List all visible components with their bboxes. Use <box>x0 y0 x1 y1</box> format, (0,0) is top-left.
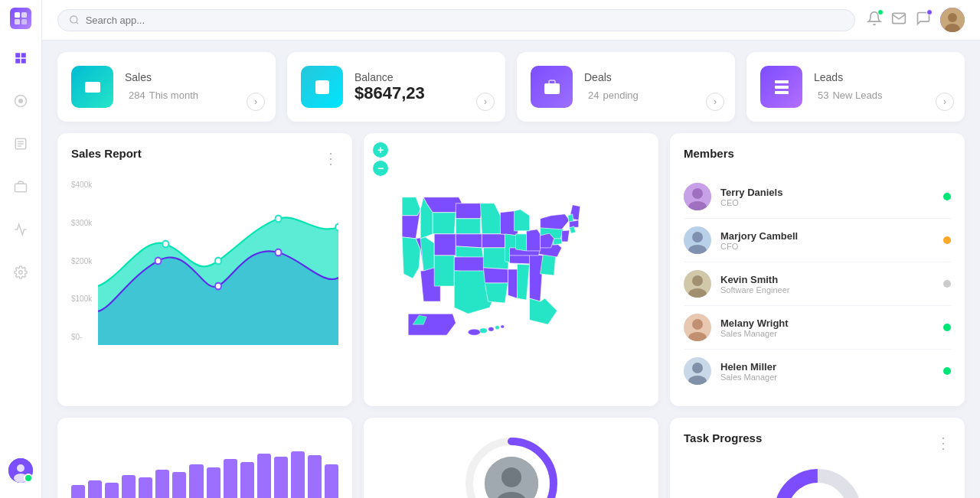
member-info: Melany Wright Sales Manager <box>720 317 934 338</box>
svg-rect-25 <box>544 83 560 94</box>
map-zoom-in-button[interactable]: + <box>373 142 388 158</box>
svg-rect-1 <box>21 12 27 18</box>
user-avatar-sidebar[interactable] <box>8 458 33 483</box>
search-input[interactable] <box>86 15 844 26</box>
member-name: Helen Miller <box>720 361 934 373</box>
sidebar-item-reports[interactable] <box>7 87 34 115</box>
svg-point-98 <box>692 319 703 330</box>
income-chart <box>71 448 338 498</box>
svg-marker-53 <box>480 203 501 234</box>
svg-point-29 <box>162 241 168 248</box>
svg-point-101 <box>692 363 703 373</box>
svg-point-84 <box>480 328 488 333</box>
income-bar <box>105 483 119 498</box>
member-name: Melany Wright <box>720 317 934 329</box>
svg-marker-71 <box>514 210 530 231</box>
member-status <box>943 193 951 200</box>
income-bar <box>224 459 237 498</box>
sidebar-item-analytics[interactable] <box>7 216 34 243</box>
svg-marker-45 <box>434 234 456 256</box>
deals-won-card: 68% Deals Won <box>364 418 658 498</box>
svg-marker-46 <box>434 256 454 286</box>
task-progress-menu[interactable]: ⋮ <box>936 434 951 452</box>
header <box>42 0 980 41</box>
income-bar <box>257 454 271 498</box>
svg-point-86 <box>495 326 500 330</box>
balance-icon <box>301 66 343 108</box>
svg-marker-43 <box>420 237 434 271</box>
header-icons <box>867 8 965 32</box>
balance-arrow-button[interactable]: › <box>476 93 495 111</box>
member-status <box>943 324 951 331</box>
sales-report-menu[interactable]: ⋮ <box>323 149 338 168</box>
member-status <box>943 367 951 375</box>
person-photo <box>485 457 538 498</box>
svg-point-35 <box>276 249 282 256</box>
svg-point-83 <box>468 329 480 335</box>
svg-point-11 <box>19 271 23 275</box>
svg-marker-42 <box>433 213 456 234</box>
svg-point-33 <box>155 258 162 265</box>
map-area <box>373 182 649 366</box>
mail-button[interactable] <box>891 11 906 30</box>
income-bar <box>274 457 288 498</box>
svg-point-87 <box>501 325 505 328</box>
search-icon <box>69 15 80 25</box>
stat-card-balance: Balance $8647,23 › <box>287 52 505 122</box>
leads-arrow-button[interactable]: › <box>936 93 954 111</box>
members-card: Members Terry Daniels CEO <box>670 133 965 406</box>
svg-marker-47 <box>456 203 483 219</box>
members-title: Members <box>684 147 734 160</box>
map-zoom-out-button[interactable]: − <box>373 161 388 176</box>
svg-marker-50 <box>456 246 483 259</box>
svg-rect-26 <box>775 80 789 83</box>
sales-icon <box>71 66 113 108</box>
dashboard-grid-bottom: SALES INCOME $118 595,49 <box>57 418 965 498</box>
svg-marker-49 <box>456 234 482 248</box>
chat-button[interactable] <box>916 11 931 30</box>
member-info: Kevin Smith Software Engineer <box>720 274 934 295</box>
svg-marker-36 <box>402 197 420 216</box>
sidebar-item-documents[interactable] <box>7 130 34 158</box>
deals-value: 24pending <box>584 83 639 103</box>
income-bar <box>122 475 136 498</box>
search-box[interactable] <box>57 9 855 31</box>
sidebar <box>0 0 42 498</box>
member-role: CFO <box>720 242 934 251</box>
deals-icon <box>531 66 573 108</box>
svg-point-18 <box>948 13 957 22</box>
notification-button[interactable] <box>867 11 882 30</box>
svg-rect-3 <box>21 19 27 24</box>
member-role: CEO <box>720 198 934 207</box>
user-avatar-header[interactable] <box>940 8 965 32</box>
member-status <box>943 236 951 244</box>
us-map <box>373 186 649 362</box>
income-bar <box>308 455 322 498</box>
member-avatar <box>684 226 711 254</box>
svg-marker-57 <box>485 283 508 303</box>
app-logo[interactable] <box>10 8 31 29</box>
sales-chart: $400k $300k $200k $100k $0- <box>71 177 338 345</box>
sales-stat-text: Sales 284This month <box>125 71 198 103</box>
svg-marker-64 <box>530 298 557 324</box>
svg-line-16 <box>77 22 78 24</box>
sales-report-title: Sales Report <box>71 147 142 160</box>
chart-canvas <box>98 177 338 345</box>
svg-point-95 <box>692 275 703 286</box>
sidebar-item-dashboard[interactable] <box>7 44 34 72</box>
svg-marker-78 <box>562 230 570 242</box>
dashboard-grid-top: Sales Report ⋮ $400k $300k $200k $100k $… <box>57 133 965 406</box>
income-bar <box>325 464 338 498</box>
balance-label: Balance <box>354 71 425 83</box>
member-avatar <box>684 183 711 210</box>
main-content: Sales 284This month › Balance $8647,23 › <box>42 0 980 498</box>
deals-arrow-button[interactable]: › <box>706 93 724 111</box>
member-info: Helen Miller Sales Manager <box>720 361 934 382</box>
sales-arrow-button[interactable]: › <box>247 93 265 111</box>
task-donut <box>684 463 951 498</box>
leads-icon <box>760 66 802 108</box>
sidebar-item-settings[interactable] <box>7 259 34 286</box>
sidebar-item-portfolio[interactable] <box>7 173 34 200</box>
sales-income-card: SALES INCOME $118 595,49 <box>57 418 352 498</box>
sales-report-card: Sales Report ⋮ $400k $300k $200k $100k $… <box>57 133 352 406</box>
